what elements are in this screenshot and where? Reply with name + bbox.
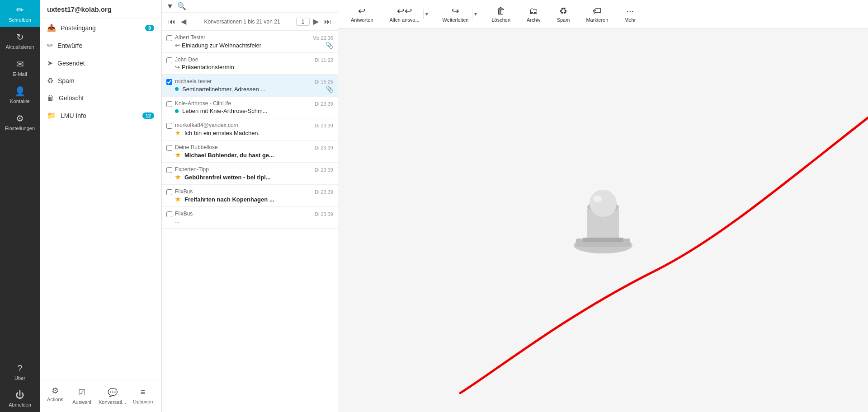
sidebar-item-about[interactable]: ? Über — [0, 359, 40, 385]
search-icon[interactable]: 🔍 — [177, 2, 186, 10]
sidebar-item-contacts[interactable]: 👤 Kontakte — [0, 81, 40, 108]
email-sender: FlixBus — [175, 188, 193, 195]
email-content: Experten-Tipp Di 23:39 ★ Gebührenfrei we… — [175, 166, 333, 181]
email-checkbox[interactable] — [166, 189, 172, 195]
konversation-label: Konversati... — [99, 399, 126, 405]
sidebar-item-refresh[interactable]: ↻ Aktualisieren — [0, 27, 40, 54]
sidebar-item-label: Abmelden — [9, 402, 31, 407]
folder-label: LMU Info — [61, 112, 86, 119]
email-checkbox[interactable] — [166, 101, 172, 107]
email-content: FlixBus Di 23:39 ... — [175, 211, 333, 225]
reply-label: Antworten — [351, 17, 373, 23]
first-page-button[interactable]: ⏮ — [166, 17, 177, 27]
email-time: Di 23:39 — [315, 123, 333, 128]
archive-label: Archiv — [527, 17, 541, 23]
sidebar-item-email[interactable]: ✉ E-Mail — [0, 54, 40, 81]
next-page-button[interactable]: ▶ — [311, 16, 321, 27]
sidebar-item-label: Aktualisieren — [6, 44, 34, 50]
email-subject: ★ Freifahrten nach Kopenhagen ... — [175, 196, 333, 203]
folder-bottom-bar: ⚙ Actions ☑ Auswahl 💬 Konversati... ≡ Op… — [40, 380, 161, 412]
page-input[interactable] — [296, 18, 310, 26]
archive-button[interactable]: 🗂 Archiv — [523, 4, 544, 24]
sidebar-item-logout[interactable]: ⏻ Abmelden — [0, 385, 40, 412]
sidebar-item-settings[interactable]: ⚙ Einstellungen — [0, 108, 40, 136]
folder-inbox[interactable]: 📥 Posteingang 9 — [40, 19, 161, 37]
folder-label: Gelöscht — [59, 94, 84, 102]
spam-button[interactable]: ♻ Spam — [553, 4, 574, 24]
email-checkbox[interactable] — [166, 79, 172, 85]
forward-button[interactable]: ↪ Weiterleiten — [439, 4, 472, 24]
delete-button[interactable]: 🗑 Löschen — [488, 4, 514, 24]
spam-icon: ♻ — [47, 76, 53, 85]
email-item[interactable]: Deine Rubbellose Di 23:39 ★ Michael Bohl… — [162, 140, 338, 163]
actions-button[interactable]: ⚙ Actions — [43, 384, 67, 408]
prev-page-button[interactable]: ◀ — [179, 16, 188, 27]
email-sender: morkofka84@yandex.com — [175, 122, 238, 128]
email-item[interactable]: Knie-Arthrose - ClinLife Di 23:39 Leben … — [162, 97, 338, 118]
forward-group: ↪ Weiterleiten ▾ — [439, 4, 479, 24]
reply-icon: ↩ — [175, 42, 180, 49]
settings-icon: ⚙ — [16, 113, 24, 124]
sidebar: ✏ Schreiben ↻ Aktualisieren ✉ E-Mail 👤 K… — [0, 0, 40, 412]
trash-icon: 🗑 — [47, 94, 54, 102]
more-button[interactable]: ··· Mehr — [621, 4, 639, 24]
email-checkbox[interactable] — [166, 167, 172, 173]
email-time: Di 23:39 — [315, 189, 333, 195]
email-item[interactable]: John Doe Di 11:22 ↪ Präsentationstermin — [162, 53, 338, 75]
reply-button[interactable]: ↩ Antworten — [347, 4, 377, 24]
email-item[interactable]: FlixBus Di 23:39 ... — [162, 207, 338, 229]
star-icon: ★ — [175, 173, 181, 181]
sidebar-item-compose[interactable]: ✏ Schreiben — [0, 0, 40, 27]
unread-dot — [175, 109, 179, 113]
email-subject: Leben mit Knie-Arthrose-Schm... — [175, 108, 333, 114]
account-header: uxtest17@kolab.org — [40, 0, 161, 19]
email-sender: Deine Rubbellose — [175, 144, 218, 150]
email-checkbox[interactable] — [166, 57, 172, 63]
spam-icon: ♻ — [559, 5, 567, 16]
inbox-badge: 9 — [145, 25, 154, 31]
email-item[interactable]: FlixBus Di 23:39 ★ Freifahrten nach Kope… — [162, 185, 338, 207]
folder-sent[interactable]: ➤ Gesendet — [40, 54, 161, 72]
star-icon: ★ — [175, 129, 181, 136]
last-page-button[interactable]: ⏭ — [322, 17, 333, 27]
email-checkbox[interactable] — [166, 35, 172, 41]
filter-icon[interactable]: ▼ — [166, 2, 174, 10]
email-content: John Doe Di 11:22 ↪ Präsentationstermin — [175, 56, 333, 70]
email-item[interactable]: Experten-Tipp Di 23:39 ★ Gebührenfrei we… — [162, 163, 338, 185]
forward-dropdown[interactable]: ▾ — [472, 9, 479, 19]
optionen-button[interactable]: ≡ Optionen — [128, 384, 158, 408]
folder-spam[interactable]: ♻ Spam — [40, 72, 161, 89]
email-icon: ✉ — [16, 59, 24, 70]
drafts-icon: ✏ — [47, 41, 53, 50]
folder-drafts[interactable]: ✏ Entwürfe — [40, 37, 161, 54]
email-checkbox[interactable] — [166, 145, 172, 151]
email-item[interactable]: morkofka84@yandex.com Di 23:39 ★ Ich bin… — [162, 118, 338, 140]
forward-label: Weiterleiten — [443, 17, 469, 23]
optionen-icon: ≡ — [141, 388, 146, 397]
email-checkbox[interactable] — [166, 123, 172, 129]
optionen-label: Optionen — [133, 399, 153, 404]
email-item[interactable]: Albert Tester Mo 22:36 ↩ Einladung zur W… — [162, 31, 338, 53]
email-time: Mo 22:36 — [312, 35, 333, 41]
email-content: FlixBus Di 23:39 ★ Freifahrten nach Kope… — [175, 188, 333, 203]
mark-icon: 🏷 — [593, 6, 602, 16]
folder-trash[interactable]: 🗑 Gelöscht — [40, 89, 161, 107]
attachment-icon: 📎 — [326, 85, 333, 93]
email-time: Di 23:39 — [315, 101, 333, 107]
mark-button[interactable]: 🏷 Markieren — [582, 4, 612, 24]
email-time: Di 23:39 — [315, 167, 333, 173]
email-item[interactable]: michaela tester Di 15:25 Seminarteilnehm… — [162, 75, 338, 97]
folder-lmuinfo[interactable]: 📁 LMU Info 12 — [40, 107, 161, 124]
email-list: Albert Tester Mo 22:36 ↩ Einladung zur W… — [162, 31, 338, 412]
email-checkbox[interactable] — [166, 211, 172, 217]
reply-all-button[interactable]: ↩↩ Allen antwo... — [386, 4, 423, 24]
svg-point-5 — [593, 196, 602, 202]
unread-dot — [175, 87, 179, 91]
reading-toolbar: ↩ Antworten ↩↩ Allen antwo... ▾ ↪ Weiter… — [338, 0, 868, 28]
konversation-button[interactable]: 💬 Konversati... — [97, 384, 128, 408]
email-subject: ↪ Präsentationstermin — [175, 64, 333, 70]
auswahl-icon: ☑ — [78, 388, 85, 398]
reply-all-dropdown[interactable]: ▾ — [423, 9, 430, 19]
auswahl-button[interactable]: ☑ Auswahl — [67, 384, 97, 408]
email-time: Di 23:39 — [315, 211, 333, 217]
